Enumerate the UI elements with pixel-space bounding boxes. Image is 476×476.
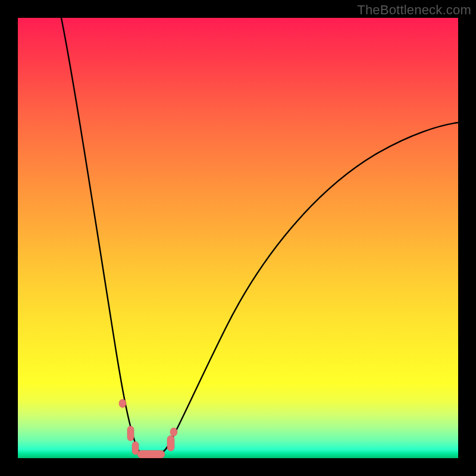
marker-group	[119, 399, 177, 458]
marker-pill	[127, 426, 134, 441]
marker-dot	[170, 428, 177, 436]
plot-area	[18, 18, 458, 458]
outer-frame: TheBottleneck.com	[0, 0, 476, 476]
marker-pill	[137, 450, 165, 458]
marker-pill	[167, 436, 174, 451]
marker-dot	[119, 399, 126, 408]
attribution-text: TheBottleneck.com	[357, 2, 471, 18]
bottleneck-curve	[61, 18, 458, 456]
curve-layer	[18, 18, 458, 458]
